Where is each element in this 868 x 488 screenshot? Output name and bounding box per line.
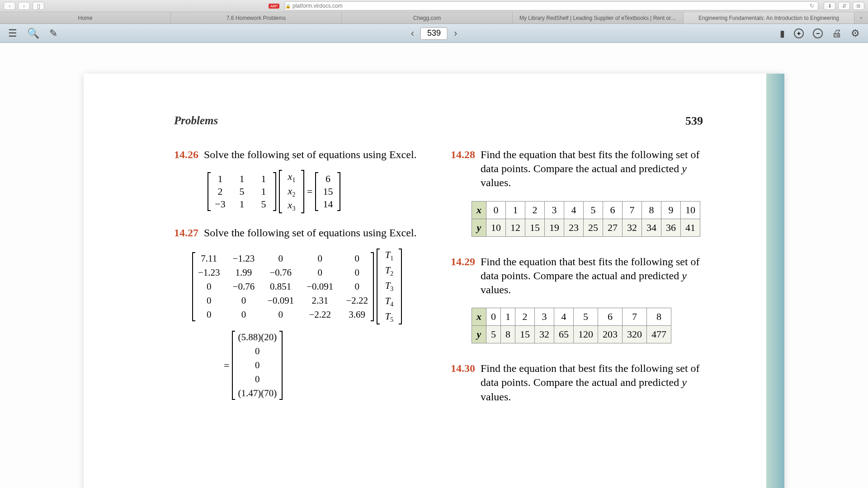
lock-icon: 🔒 (285, 4, 291, 9)
zoom-in-button[interactable]: + (794, 28, 804, 38)
problem-number: 14.28 (451, 148, 475, 190)
page-next-button[interactable]: › (454, 28, 457, 39)
page-number-input[interactable] (420, 27, 448, 40)
download-button[interactable]: ⬇ (824, 2, 835, 10)
problem-text: Find the equation that best fits the fol… (481, 361, 703, 404)
menu-icon[interactable]: ☰ (8, 28, 17, 39)
problem-text: Solve the following set of equations usi… (204, 226, 426, 240)
settings-icon[interactable]: ⚙ (851, 28, 860, 39)
share-button[interactable]: ⇵ (838, 2, 850, 10)
tab-bar: Home 7.6 Homework Problems Chegg.com My … (0, 12, 868, 24)
tabs-button[interactable]: ⧉ (853, 2, 864, 10)
abp-icon[interactable]: ABP (269, 4, 279, 9)
tab-chegg[interactable]: Chegg.com (342, 12, 513, 23)
problem-number: 14.29 (451, 255, 475, 297)
search-icon[interactable]: 🔍 (27, 28, 39, 39)
page-number-label: 539 (685, 114, 703, 128)
new-tab-button[interactable]: + (854, 12, 868, 23)
page-prev-button[interactable]: ‹ (411, 28, 414, 39)
print-icon[interactable]: 🖨 (832, 28, 842, 39)
problem-14-29: 14.29 Find the equation that best fits t… (451, 255, 703, 344)
problem-number: 14.30 (451, 361, 475, 404)
problem-14-30: 14.30 Find the equation that best fits t… (451, 361, 703, 404)
problem-number: 14.26 (174, 148, 198, 162)
problem-14-27: 14.27 Solve the following set of equatio… (174, 226, 426, 400)
problem-14-28: 14.28 Find the equation that best fits t… (451, 148, 703, 237)
bookmark-icon[interactable]: ▮ (780, 28, 785, 39)
zoom-out-button[interactable]: − (813, 28, 823, 38)
url-bar[interactable]: 🔒 platform.virdocs.com ↻ (285, 1, 818, 10)
tab-redshelf[interactable]: My Library RedShelf | Leading Supplier o… (513, 12, 684, 23)
problem-text: Find the equation that best fits the fol… (481, 148, 703, 190)
reader-toolbar: ☰ 🔍 ✎ ‹ › ▮ + − 🖨 ⚙ (0, 24, 868, 43)
browser-toolbar: ‹ › ▯ ABP 🔒 platform.virdocs.com ↻ ⬇ ⇵ ⧉ (0, 0, 868, 12)
tab-engineering[interactable]: Engineering Fundamentals: An Introductio… (684, 12, 854, 23)
page-edge-decoration (766, 74, 784, 488)
problem-14-26: 14.26 Solve the following set of equatio… (174, 148, 426, 213)
tab-hw[interactable]: 7.6 Homework Problems (171, 12, 342, 23)
data-table-1429: x 012345678 y 58153265120203320477 (472, 308, 671, 343)
problem-text: Solve the following set of equations usi… (204, 148, 426, 162)
left-column: 14.26 Solve the following set of equatio… (174, 148, 426, 417)
page: Problems 539 14.26 Solve the following s… (84, 74, 784, 488)
nav-forward-button[interactable]: › (18, 2, 30, 10)
tab-home[interactable]: Home (0, 12, 171, 23)
edit-icon[interactable]: ✎ (49, 28, 57, 39)
data-table-1428: x 012345678910 y 1012151923252732343641 (472, 201, 700, 237)
reload-icon[interactable]: ↻ (810, 3, 814, 9)
url-text: platform.virdocs.com (292, 3, 343, 9)
sidebar-toggle-button[interactable]: ▯ (33, 2, 44, 10)
nav-back-button[interactable]: ‹ (4, 2, 15, 10)
document-viewport: Problems 539 14.26 Solve the following s… (0, 43, 868, 488)
right-column: 14.28 Find the equation that best fits t… (451, 148, 703, 417)
problem-text: Find the equation that best fits the fol… (481, 255, 703, 297)
section-heading: Problems (174, 114, 218, 128)
problem-number: 14.27 (174, 226, 198, 240)
